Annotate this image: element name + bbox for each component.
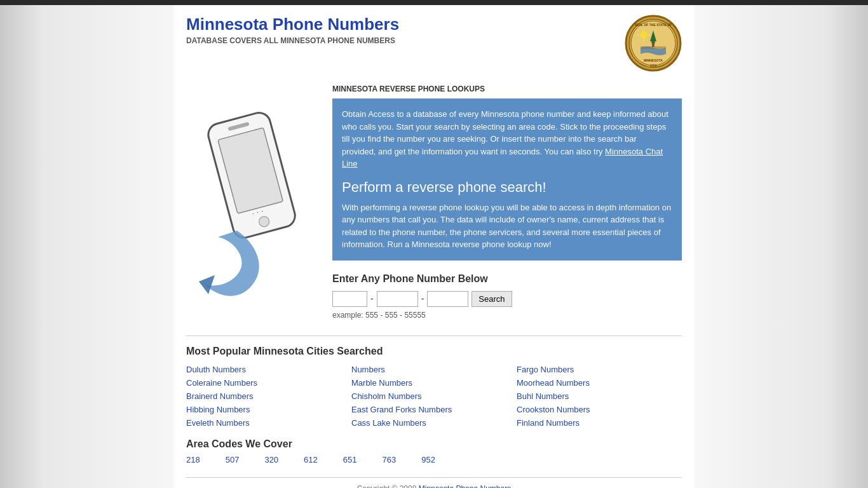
area-code-link[interactable]: 612 bbox=[304, 455, 318, 464]
city-link[interactable]: Crookston Numbers bbox=[517, 403, 682, 416]
area-code-link[interactable]: 507 bbox=[226, 455, 240, 464]
footer-divider bbox=[186, 477, 682, 478]
popular-cities-title: Most Popular Minnesota Cities Searched bbox=[186, 346, 682, 357]
state-seal: SEAL OF THE STATE OF MINNESOTA 1858 bbox=[625, 15, 682, 72]
svg-text:MINNESOTA: MINNESOTA bbox=[644, 58, 663, 62]
city-link[interactable]: Hibbing Numbers bbox=[186, 403, 351, 416]
enter-phone-label: Enter Any Phone Number Below bbox=[332, 273, 682, 285]
city-link[interactable]: Brainerd Numbers bbox=[186, 390, 351, 402]
phone-number-input[interactable] bbox=[427, 291, 468, 307]
city-link[interactable]: East Grand Forks Numbers bbox=[351, 403, 517, 416]
main-container: Minnesota Phone Numbers DATABASE COVERS … bbox=[173, 5, 695, 488]
phone-input-row: - - Search bbox=[332, 291, 682, 307]
footer-site-link[interactable]: Minnesota Phone Numbers bbox=[419, 484, 511, 489]
phone-image-area: ··· bbox=[186, 85, 326, 326]
site-subtitle: DATABASE COVERS ALL MINNESOTA PHONE NUMB… bbox=[186, 36, 399, 45]
phone-illustration: ··· bbox=[186, 85, 320, 301]
dash-separator-2: - bbox=[421, 294, 424, 304]
reverse-lookup-title: MINNESOTA REVERSE PHONE LOOKUPS bbox=[332, 85, 682, 93]
area-codes-title: Area Codes We Cover bbox=[186, 438, 682, 450]
header-left: Minnesota Phone Numbers DATABASE COVERS … bbox=[186, 15, 399, 45]
perform-search-title: Perform a reverse phone search! bbox=[342, 177, 672, 198]
blue-info-box: Obtain Access to a database of every Min… bbox=[332, 98, 682, 261]
popular-cities-section: Most Popular Minnesota Cities Searched D… bbox=[186, 346, 682, 429]
city-link[interactable]: Eveleth Numbers bbox=[186, 417, 351, 429]
footer: Copyright © 2008 Minnesota Phone Numbers… bbox=[186, 484, 682, 489]
city-link[interactable]: Buhl Numbers bbox=[517, 390, 682, 402]
city-link[interactable]: Moorhead Numbers bbox=[517, 377, 682, 389]
content-area: ··· MINNESOTA REVERSE PHONE LOOKUPS Obta… bbox=[186, 85, 682, 326]
info-panel: MINNESOTA REVERSE PHONE LOOKUPS Obtain A… bbox=[326, 85, 682, 326]
svg-text:SEAL OF THE STATE OF: SEAL OF THE STATE OF bbox=[635, 23, 672, 27]
area-code-link[interactable]: 320 bbox=[264, 455, 278, 464]
area-code-link[interactable]: 763 bbox=[383, 455, 397, 464]
info-description: Obtain Access to a database of every Min… bbox=[342, 108, 672, 170]
area-code-link[interactable]: 218 bbox=[186, 455, 200, 464]
svg-point-9 bbox=[640, 31, 648, 39]
site-title-link[interactable]: Minnesota Phone Numbers bbox=[186, 15, 399, 34]
header: Minnesota Phone Numbers DATABASE COVERS … bbox=[186, 5, 682, 78]
dash-separator-1: - bbox=[370, 294, 374, 304]
cities-grid: Duluth NumbersNumbersFargo NumbersColera… bbox=[186, 363, 682, 429]
svg-text:1858: 1858 bbox=[649, 64, 656, 67]
example-text: example: 555 - 555 - 55555 bbox=[332, 311, 682, 320]
search-section: Enter Any Phone Number Below - - Search … bbox=[332, 273, 682, 326]
area-codes-row: 218507320612651763952 bbox=[186, 455, 682, 464]
area-code-link[interactable]: 651 bbox=[343, 455, 357, 464]
city-link[interactable]: Numbers bbox=[351, 363, 517, 376]
perform-description: With performing a reverse phone lookup y… bbox=[342, 201, 672, 251]
copyright-text: Copyright © 2008 Minnesota Phone Numbers bbox=[186, 484, 682, 489]
city-link[interactable]: Coleraine Numbers bbox=[186, 377, 351, 389]
city-link[interactable]: Finland Numbers bbox=[517, 417, 682, 429]
section-divider bbox=[186, 336, 682, 336]
city-link[interactable]: Fargo Numbers bbox=[517, 363, 682, 376]
city-link[interactable]: Marble Numbers bbox=[351, 377, 517, 389]
search-button[interactable]: Search bbox=[471, 291, 512, 307]
city-link[interactable]: Cass Lake Numbers bbox=[351, 417, 517, 429]
svg-marker-20 bbox=[199, 275, 215, 294]
phone-exchange-input[interactable] bbox=[377, 291, 418, 307]
svg-rect-14 bbox=[641, 46, 666, 49]
phone-area-code-input[interactable] bbox=[332, 291, 367, 307]
city-link[interactable]: Duluth Numbers bbox=[186, 363, 351, 376]
city-link[interactable]: Chisholm Numbers bbox=[351, 390, 517, 402]
area-code-link[interactable]: 952 bbox=[421, 455, 435, 464]
area-codes-section: Area Codes We Cover 21850732061265176395… bbox=[186, 438, 682, 464]
top-bar bbox=[0, 0, 868, 5]
